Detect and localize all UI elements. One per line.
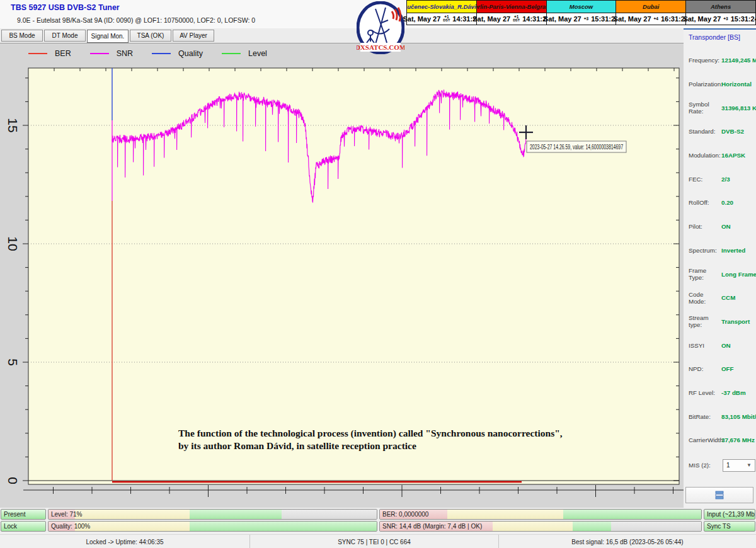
transponder-field-spectrum-: Spectrum:Inverted	[684, 239, 756, 263]
mis-label: MIS (2):	[684, 462, 721, 469]
field-label: Pilot:	[684, 223, 721, 230]
tab-dt-mode[interactable]: DT Mode	[44, 30, 86, 42]
bar-segment-green	[190, 510, 282, 519]
clock-time: Sat, May 27+315:31:24	[686, 13, 755, 25]
status-badge-input-21-39-mbps-: Input (~21,39 Mbps)	[704, 509, 755, 520]
bar-segment-green	[563, 510, 701, 519]
transponder-fields: Frequency:12149,245 MHzPolarization:Hori…	[684, 49, 756, 452]
indicator-text: Lock	[1, 523, 17, 530]
transponder-field-frame-type-: Frame Type:Long Frame	[684, 262, 756, 286]
progress-bar-ber: BER: 0,0000000	[379, 509, 702, 520]
field-value: 31396,813 KS/s	[721, 105, 756, 111]
field-value: -37 dBm	[721, 389, 746, 396]
y-axis-tick-label: 10	[6, 236, 20, 251]
tab-av-player[interactable]: AV Player	[173, 30, 214, 42]
field-value: Inverted	[721, 247, 745, 254]
clock-city-label: Lučenec-Slovakia_R.Dávid	[407, 1, 476, 13]
legend-swatch-ber	[28, 53, 47, 54]
legend-swatch-level	[222, 53, 241, 54]
transponder-field-pilot-: Pilot:ON	[684, 215, 756, 239]
transponder-field-frequency-: Frequency:12149,245 MHz	[684, 49, 756, 72]
field-label: Frequency:	[684, 57, 721, 64]
mis-select[interactable]: 1 ▼	[723, 459, 755, 472]
list-icon	[714, 491, 724, 499]
field-value: ON	[721, 342, 731, 349]
transponder-field-rf-level-: RF Level:-37 dBm	[684, 381, 756, 405]
transponder-field-npd-: NPD:OFF	[684, 357, 756, 381]
transponder-field-polarization-: Polarization:Horizontal	[684, 72, 756, 96]
y-axis-tick-label: 0	[6, 477, 20, 484]
stream-list-button[interactable]	[685, 487, 753, 503]
transponder-field-symbol-rate-: Symbol Rate:31396,813 KS/s	[684, 96, 756, 120]
dxsatcs-logo: DXSATCS.COM	[357, 1, 404, 54]
transponder-sidebar: Transponder [BS] Frequency:12149,245 MHz…	[684, 28, 756, 508]
field-value: 83,105 Mbit/s	[721, 413, 756, 420]
field-value: Transport	[721, 318, 750, 325]
field-value: Long Frame	[721, 271, 756, 278]
y-axis-tick-label: 15	[6, 118, 20, 132]
signal-chart-panel: BERSNRQualityLevel 051015The function of…	[0, 43, 684, 508]
transponder-field-carrierwidth-: CarrierWidth:37,676 MHz	[684, 428, 756, 452]
signal-indicators: PresentLevel: 71%BER: 0,0000000Input (~2…	[0, 508, 756, 534]
field-label: ISSYI	[684, 342, 721, 349]
field-label: Standard:	[684, 128, 721, 135]
progress-bar-quality: Quality: 100%	[48, 521, 377, 532]
clock-time: Sat, May 27+416:31:24	[616, 13, 685, 25]
field-label: CarrierWidth:	[684, 437, 721, 443]
field-value: CCM	[721, 294, 735, 301]
indicator-text: Present	[1, 511, 25, 518]
app-window: TBS 5927 USB DVB-S2 Tuner 9.0E - Eutelsa…	[0, 0, 756, 548]
clock-city-label: Berlin-Paris-Vienna-Belgrade	[477, 1, 546, 13]
field-value: OFF	[721, 365, 734, 372]
clock-dubai: DubaiSat, May 27+416:31:24	[616, 1, 685, 25]
field-label: Frame Type:	[684, 267, 721, 281]
bar-segment-gray	[282, 510, 377, 519]
clock-lu-enec-slovakia-r-d-vid: Lučenec-Slovakia_R.DávidSat, May 27+1DST…	[407, 1, 476, 25]
status-sync: SYNC 75 | TEI 0 | CC 664	[250, 535, 499, 548]
bar-segment-gray	[611, 522, 701, 531]
tab-bar: BS Mode DT Mode Signal Mon. TSA (OK) AV …	[0, 28, 684, 43]
tab-bs-mode[interactable]: BS Mode	[1, 30, 43, 42]
legend-label-ber: BER	[55, 49, 71, 58]
transponder-field-modulation-: Modulation:16APSK	[684, 144, 756, 168]
field-value: 2/3	[721, 176, 730, 183]
world-clocks: Lučenec-Slovakia_R.DávidSat, May 27+1DST…	[406, 0, 756, 25]
legend-label-quality: Quality	[178, 49, 203, 58]
transponder-field-issyi: ISSYION	[684, 333, 756, 357]
mis-row: MIS (2): 1 ▼	[684, 454, 756, 477]
transponder-field-bitrate-: BitRate:83,105 Mbit/s	[684, 404, 756, 428]
field-label: BitRate:	[684, 413, 721, 420]
tab-signal-mon[interactable]: Signal Mon.	[87, 30, 129, 43]
bar-segment-yellow	[493, 522, 573, 531]
tooltip-text: 2023-05-27 14.26.59, value: 14,600000381…	[530, 144, 623, 151]
chart-annotation-line1: The function of the technological proces…	[178, 428, 563, 439]
tuner-subtitle: 9.0E - Eutelsat 9B/Ka-Sat 9A (ID: 0090) …	[17, 16, 255, 24]
field-value: 0.20	[721, 199, 733, 206]
legend-label-level: Level	[248, 49, 267, 58]
transponder-field-rolloff-: RollOff:0.20	[684, 191, 756, 215]
bar-segment-yellow	[75, 522, 190, 531]
logo-text: DXSATCS.COM	[357, 43, 404, 51]
field-label: RollOff:	[684, 199, 721, 206]
clock-moscow: MoscowSat, May 27+315:31:24	[546, 1, 616, 25]
indicator-text: SNR: 14,4 dB (Margin: 7,4 dB | OK)	[380, 523, 482, 530]
snr-chart-plot[interactable]: 051015The function of the technological …	[0, 43, 684, 508]
field-value: Horizontal	[721, 81, 752, 88]
status-badge-sync-ts: Sync TS	[704, 521, 755, 532]
tab-tsa[interactable]: TSA (OK)	[130, 30, 171, 42]
field-label: Spectrum:	[684, 247, 721, 254]
mis-selected-value: 1	[726, 462, 730, 469]
y-axis-tick-label: 5	[6, 358, 20, 366]
chevron-down-icon: ▼	[747, 462, 752, 468]
indicator-text: Quality: 100%	[49, 523, 90, 530]
indicator-text: Level: 71%	[49, 511, 82, 518]
bar-segment-green	[190, 522, 377, 531]
clock-time: Sat, May 27+1DST14:31:24	[407, 13, 476, 25]
chart-annotation-line2: by its author Roman Dávid, in satellite …	[178, 440, 416, 451]
status-bar: Locked -> Uptime: 44:06:35 SYNC 75 | TEI…	[0, 534, 756, 548]
page-title: TBS 5927 USB DVB-S2 Tuner	[11, 3, 120, 12]
field-label: Code Mode:	[684, 291, 721, 305]
field-label: NPD:	[684, 365, 721, 372]
sidebar-title: Transponder [BS]	[689, 33, 740, 41]
legend-label-snr: SNR	[117, 49, 133, 58]
